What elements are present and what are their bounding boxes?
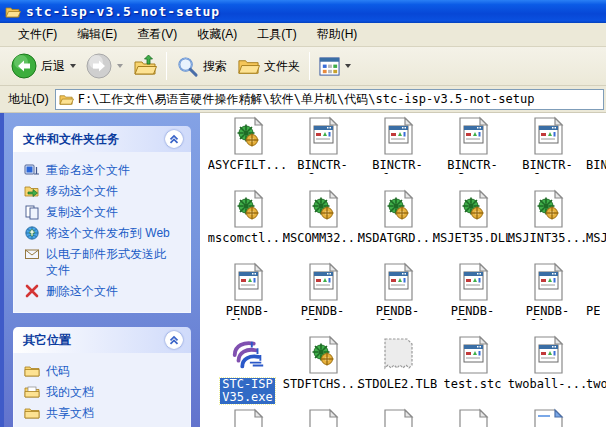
file-item[interactable]: BINCTR-1...: [360, 117, 435, 190]
file-label: BINCTR-8...: [285, 159, 360, 174]
sidebar-task-item[interactable]: 将这个文件发布到 Web: [24, 225, 182, 241]
toolbar-separator: [166, 52, 167, 80]
sidebar-task-item[interactable]: 复制这个文件: [24, 204, 182, 220]
sidebar-task-item[interactable]: 共享文档: [24, 405, 182, 421]
back-button[interactable]: 后退: [6, 50, 81, 82]
window-folder-icon: [5, 4, 21, 20]
file-item[interactable]: [285, 409, 360, 427]
file-label: PENDB-32...: [360, 305, 435, 320]
search-icon: [176, 55, 199, 78]
collapse-chevron-icon[interactable]: [165, 331, 183, 349]
file-item[interactable]: [510, 409, 585, 427]
file-item[interactable]: BINCTR-3...: [435, 117, 510, 190]
file-tasks-header[interactable]: 文件和文件夹任务: [13, 126, 191, 152]
menu-item-2[interactable]: 查看(V): [127, 23, 187, 46]
menu-item-5[interactable]: 帮助(H): [307, 23, 368, 46]
other-places-list: 代码 我的文档 共享文档 我的电脑: [13, 353, 191, 427]
dll-file-icon: [229, 116, 267, 156]
file-label: ASYCFILT...: [208, 159, 287, 172]
file-list-area[interactable]: ASYCFILT... BINCTR-8... BINCTR-1... BINC…: [200, 113, 606, 427]
file-item[interactable]: STC-ISP V35.exe: [210, 336, 285, 409]
app-file-icon: [454, 116, 492, 156]
rename-icon: [24, 162, 40, 178]
file-item[interactable]: two: [585, 336, 606, 409]
file-label: PE: [585, 305, 600, 318]
file-item[interactable]: BINCTR-8...: [285, 117, 360, 190]
copy-icon: [24, 204, 40, 220]
file-item[interactable]: MSCOMM32...: [285, 190, 360, 263]
file-label: MSCOMM32...: [283, 232, 362, 245]
file-item[interactable]: PENDB-32...: [360, 263, 435, 336]
documents-icon: [24, 384, 40, 400]
file-item[interactable]: [435, 409, 510, 427]
collapse-chevron-icon[interactable]: [165, 130, 183, 148]
other-places-header[interactable]: 其它位置: [13, 327, 191, 353]
file-item[interactable]: MSJINT35...: [510, 190, 585, 263]
toolbar-separator: [309, 52, 310, 80]
file-item[interactable]: PENDB-16...: [285, 263, 360, 336]
doc-file-icon: [379, 408, 417, 427]
views-dropdown-caret[interactable]: [345, 64, 351, 68]
back-dropdown-caret[interactable]: [70, 64, 76, 68]
sidebar-task-item[interactable]: 我的文档: [24, 384, 182, 400]
search-label: 搜索: [203, 58, 227, 75]
file-item[interactable]: mscomctl...: [210, 190, 285, 263]
menu-item-3[interactable]: 收藏(A): [187, 23, 247, 46]
up-folder-icon: [133, 54, 157, 78]
file-item[interactable]: PE: [585, 263, 606, 336]
file-item[interactable]: ASYCFILT...: [210, 117, 285, 190]
menu-item-1[interactable]: 编辑(E): [67, 23, 127, 46]
address-label: 地址(D): [8, 91, 49, 108]
folders-button[interactable]: 文件夹: [232, 50, 305, 82]
address-input[interactable]: [78, 92, 603, 106]
file-item[interactable]: PENDB-64...: [510, 263, 585, 336]
file-item[interactable]: BIN: [585, 117, 606, 190]
file-item[interactable]: MSJ: [585, 190, 606, 263]
sidebar-task-item[interactable]: 移动这个文件: [24, 183, 182, 199]
menu-item-0[interactable]: 文件(F): [8, 23, 67, 46]
app-file-icon: [454, 335, 492, 375]
file-grid: ASYCFILT... BINCTR-8... BINCTR-1... BINC…: [210, 117, 606, 427]
up-button[interactable]: [128, 50, 162, 82]
forward-button[interactable]: [81, 50, 128, 82]
move-icon: [24, 183, 40, 199]
sidebar-task-item[interactable]: 代码: [24, 363, 182, 379]
file-item[interactable]: STDFTCHS...: [285, 336, 360, 409]
file-label: mscomctl...: [208, 232, 287, 245]
file-item[interactable]: PENDB-62...: [435, 263, 510, 336]
app-file-icon: [379, 116, 417, 156]
app-file-icon: [529, 335, 567, 375]
file-label: MSJ: [585, 232, 606, 245]
toolbar: 后退 搜索 文件夹: [0, 47, 606, 86]
file-item[interactable]: STDOLE2.TLB: [360, 336, 435, 409]
address-bar: 地址(D): [0, 86, 606, 113]
forward-icon: [86, 53, 112, 79]
file-item[interactable]: BINCTR-6...: [510, 117, 585, 190]
back-label: 后退: [41, 58, 65, 75]
title-bar: stc-isp-v3.5-not-setup: [0, 0, 606, 23]
search-button[interactable]: 搜索: [171, 50, 232, 82]
window-title: stc-isp-v3.5-not-setup: [26, 4, 220, 19]
sidebar-task-item[interactable]: 重命名这个文件: [24, 162, 182, 178]
address-folder-icon: [59, 92, 74, 107]
menu-item-4[interactable]: 工具(T): [247, 23, 306, 46]
file-item[interactable]: [210, 409, 285, 427]
explorer-window: stc-isp-v3.5-not-setup 文件(F)编辑(E)查看(V)收藏…: [0, 0, 606, 427]
file-item[interactable]: [360, 409, 435, 427]
file-item[interactable]: twoball-...: [510, 336, 585, 409]
sidebar-task-item[interactable]: 删除这个文件: [24, 283, 182, 299]
file-label: STDFTCHS...: [283, 378, 362, 391]
dll-file-icon: [229, 189, 267, 229]
file-label: BINCTR-1...: [360, 159, 435, 174]
file-item[interactable]: test.stc: [435, 336, 510, 409]
views-button[interactable]: [314, 50, 356, 82]
file-label: STC-ISP V35.exe: [220, 378, 275, 404]
file-item[interactable]: MSJET35.DLL: [435, 190, 510, 263]
file-label: MSDATGRD...: [358, 232, 437, 245]
tlb-file-icon: [379, 335, 417, 375]
app-file-icon: [229, 262, 267, 302]
file-item[interactable]: MSDATGRD...: [360, 190, 435, 263]
sidebar-task-item[interactable]: 以电子邮件形式发送此文件: [24, 246, 182, 278]
file-item[interactable]: PENDB-8k...: [210, 263, 285, 336]
forward-dropdown-caret[interactable]: [117, 64, 123, 68]
